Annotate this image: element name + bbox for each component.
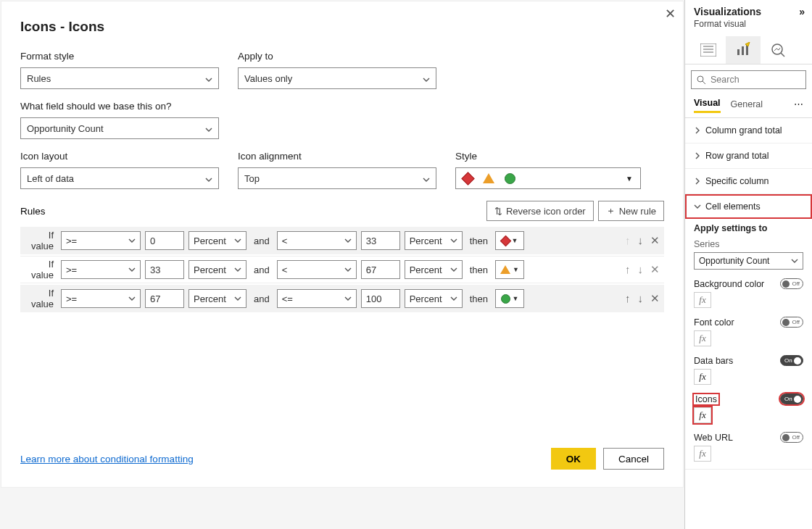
search-input[interactable]: Search [691, 70, 806, 89]
fx-font-color[interactable]: fx [694, 330, 711, 346]
prop-background-color: Background color [694, 279, 764, 289]
prop-data-bars: Data bars [694, 356, 733, 366]
apply-to-dropdown[interactable]: Values only [238, 67, 436, 89]
tab-visual[interactable]: Visual [694, 95, 721, 113]
move-down-icon[interactable]: ↓ [638, 292, 644, 305]
close-icon[interactable]: ✕ [665, 6, 676, 22]
series-dropdown[interactable]: Opportunity Count [694, 252, 803, 270]
chevron-down-icon [234, 264, 241, 275]
value1-input[interactable]: 0 [145, 231, 184, 250]
ok-button[interactable]: OK [551, 448, 596, 470]
cancel-button[interactable]: Cancel [603, 448, 664, 470]
move-down-icon[interactable]: ↓ [638, 234, 644, 247]
more-options-icon[interactable]: ⋯ [794, 99, 803, 109]
prop-icons: Icons [694, 394, 718, 404]
delete-rule-icon[interactable]: ✕ [650, 292, 660, 305]
fx-icons[interactable]: fx [694, 407, 711, 423]
section-column-grand-total[interactable]: Column grand total [685, 118, 812, 143]
then-label: then [467, 236, 491, 246]
value2-input[interactable]: 100 [361, 289, 400, 308]
operator2-dropdown[interactable]: <= [277, 289, 357, 308]
value1-input[interactable]: 67 [145, 289, 184, 308]
operator1-dropdown[interactable]: >= [61, 231, 141, 250]
chevron-down-icon [205, 125, 212, 132]
svg-line-10 [703, 81, 705, 84]
value1-input[interactable]: 33 [145, 260, 184, 279]
svg-point-9 [697, 76, 703, 82]
toggle-web-url[interactable]: Off [780, 432, 803, 443]
icon-alignment-dropdown[interactable]: Top [238, 167, 436, 189]
move-up-icon[interactable]: ↑ [625, 292, 631, 305]
value2-input[interactable]: 33 [361, 231, 400, 250]
operator2-dropdown[interactable]: < [277, 231, 357, 250]
unit1-dropdown[interactable]: Percent [188, 289, 246, 308]
chevron-down-icon [344, 236, 352, 246]
chevron-down-icon [694, 203, 701, 210]
build-visual-tab[interactable] [691, 36, 726, 64]
operator1-dropdown[interactable]: >= [61, 289, 141, 308]
svg-rect-5 [742, 46, 744, 55]
basis-field-dropdown[interactable]: Opportunity Count [20, 117, 219, 139]
svg-line-8 [781, 53, 784, 57]
then-label: then [467, 293, 491, 304]
chevron-right-icon [694, 127, 701, 134]
svg-rect-0 [700, 43, 716, 57]
fx-web-url[interactable]: fx [694, 446, 711, 462]
triangle-icon [500, 265, 510, 274]
tab-general[interactable]: General [731, 96, 763, 112]
toggle-data-bars[interactable]: On [780, 355, 803, 366]
section-cell-elements[interactable]: Cell elements [685, 194, 812, 219]
chevron-down-icon [423, 175, 430, 182]
format-style-dropdown[interactable]: Rules [20, 67, 219, 89]
and-label: and [251, 293, 273, 304]
toggle-font-color[interactable]: Off [780, 317, 803, 328]
unit2-dropdown[interactable]: Percent [405, 231, 463, 250]
circle-icon [501, 294, 510, 304]
icon-style-dropdown[interactable]: ▼ [455, 167, 641, 189]
format-style-label: Format style [20, 51, 219, 62]
prop-web-url: Web URL [694, 433, 733, 443]
chevron-down-icon [128, 293, 136, 304]
rule-row: If value>=33Percentand<67Percentthen▼↑↓✕ [20, 256, 664, 283]
toggle-background-color[interactable]: Off [780, 278, 803, 289]
format-visual-tab[interactable] [726, 36, 761, 64]
new-rule-button[interactable]: ＋ New rule [598, 201, 664, 221]
rules-list: If value>=0Percentand<33Percentthen▼↑↓✕I… [20, 227, 664, 312]
if-value-label: If value [25, 259, 57, 280]
basis-label: What field should we base this on? [20, 101, 664, 112]
and-label: and [251, 264, 273, 275]
delete-rule-icon[interactable]: ✕ [650, 234, 660, 247]
chevron-right-icon [694, 152, 701, 159]
chevron-down-icon [234, 236, 241, 246]
learn-more-link[interactable]: Learn more about conditional formatting [20, 454, 194, 465]
move-up-icon[interactable]: ↑ [625, 263, 631, 276]
icons-rules-dialog: ✕ Icons - Icons Format style Rules Apply… [1, 1, 684, 488]
fx-background-color[interactable]: fx [694, 292, 711, 308]
visualizations-panel: Visualizations » Format visual Search Vi… [684, 0, 812, 529]
unit2-dropdown[interactable]: Percent [405, 289, 463, 308]
analytics-tab[interactable] [761, 36, 795, 64]
icon-picker[interactable]: ▼ [495, 289, 524, 308]
unit1-dropdown[interactable]: Percent [188, 231, 246, 250]
unit1-dropdown[interactable]: Percent [188, 260, 246, 279]
icon-picker[interactable]: ▼ [495, 231, 524, 250]
operator1-dropdown[interactable]: >= [61, 260, 141, 279]
toggle-icons[interactable]: On [780, 393, 803, 404]
reverse-icon-order-button[interactable]: ⇅ Reverse icon order [486, 201, 594, 221]
operator2-dropdown[interactable]: < [277, 260, 357, 279]
chevron-down-icon [791, 257, 798, 264]
search-icon [697, 75, 706, 85]
delete-rule-icon[interactable]: ✕ [650, 263, 660, 276]
apply-settings-label: Apply settings to [694, 223, 803, 233]
section-row-grand-total[interactable]: Row grand total [685, 143, 812, 168]
icon-picker[interactable]: ▼ [495, 260, 524, 279]
unit2-dropdown[interactable]: Percent [405, 260, 463, 279]
move-up-icon[interactable]: ↑ [625, 234, 631, 247]
expand-icon[interactable]: » [799, 6, 805, 17]
value2-input[interactable]: 67 [361, 260, 400, 279]
move-down-icon[interactable]: ↓ [638, 263, 644, 276]
fx-data-bars[interactable]: fx [694, 369, 711, 385]
diamond-icon [500, 235, 511, 246]
section-specific-column[interactable]: Specific column [685, 169, 812, 193]
icon-layout-dropdown[interactable]: Left of data [20, 167, 219, 189]
